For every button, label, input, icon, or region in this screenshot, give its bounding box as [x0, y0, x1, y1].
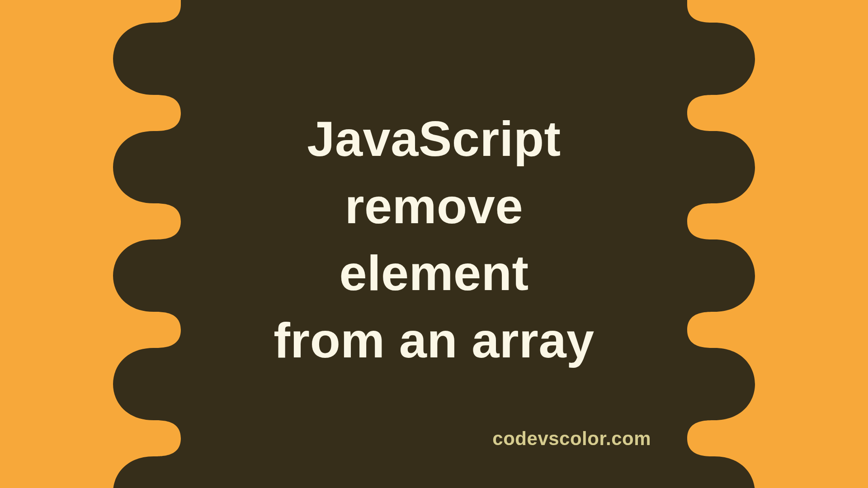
main-title: JavaScript remove element from an array: [274, 105, 594, 374]
site-url: codevscolor.com: [492, 428, 651, 450]
title-line-4: from an array: [274, 312, 594, 368]
title-line-1: JavaScript: [307, 111, 561, 166]
content-area: JavaScript remove element from an array: [0, 0, 868, 488]
title-line-2: remove: [345, 178, 523, 234]
title-line-3: element: [339, 245, 528, 300]
